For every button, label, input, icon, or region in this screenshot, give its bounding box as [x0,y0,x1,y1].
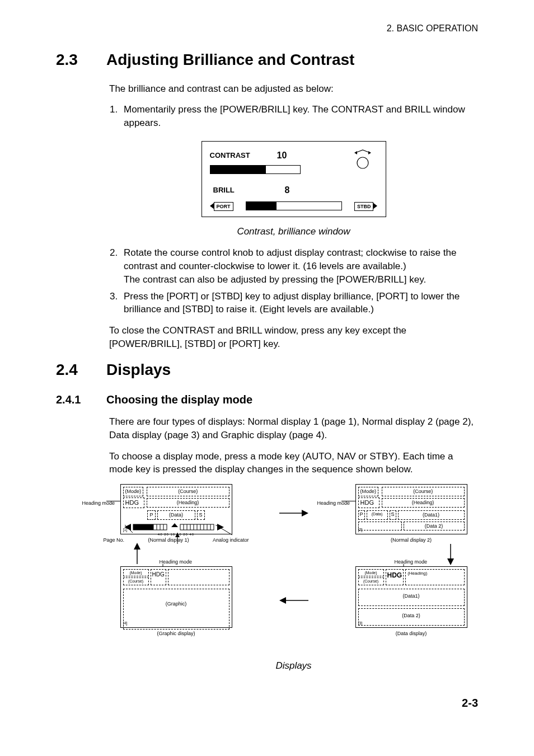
brill-bar [246,201,342,210]
knob-icon [353,148,372,172]
s23-step3: Press the [PORT] or [STBD] key to adjust… [120,290,478,317]
data-display: Heading mode (Mode) (Course) HDG (Headin… [355,566,467,637]
arrow-down-icon [445,543,456,569]
svg-line-28 [216,525,232,535]
brill-value: 8 [285,184,290,196]
svg-point-2 [357,157,368,168]
contrast-label: CONTRAST [210,151,260,161]
graphic-display: Heading mode (Mode) (Course) HDG (Graphi… [120,566,232,637]
s24-p2: To choose a display mode, press a mode k… [109,450,478,477]
svg-marker-1 [368,151,371,154]
displays-diagram: Heading mode (Mode) (Course) HDG (Headin… [120,484,467,637]
contrast-value: 10 [277,149,287,162]
normal-display-1: Heading mode (Mode) (Course) HDG (Headin… [120,484,232,544]
section-2-4-num: 2.4 [56,359,106,381]
s23-step2: Rotate the course control knob to adjust… [120,246,478,286]
page-number: 2-3 [56,695,478,711]
contrast-brill-window: CONTRAST 10 BRILL 8 PORT STBD [202,141,386,217]
arrow-up-icon [132,542,143,567]
section-2-4-1-title: 2.4.1Choosing the display mode [56,392,478,407]
svg-rect-14 [133,524,153,530]
contrast-bar [210,165,301,174]
svg-marker-0 [354,151,357,154]
normal-display-2: Heading mode (Mode) (Course) HDG (Headin… [355,484,467,544]
svg-marker-30 [175,533,180,537]
section-2-3-title: 2.3Adjusting Brilliance and Contrast [56,49,478,71]
arrow-left-icon [277,595,311,608]
s23-intro: The brilliance and contrast can be adjus… [109,82,478,96]
s23-step1: Momentarily press the [POWER/BRILL] key.… [120,103,478,130]
svg-marker-34 [447,558,454,565]
brill-label: BRILL [213,185,264,195]
svg-marker-39 [279,597,286,604]
svg-marker-37 [134,543,140,550]
s23-close: To close the CONTRAST and BRILL window, … [109,324,478,351]
svg-marker-15 [171,523,178,527]
stbd-key-icon: STBD [354,200,378,212]
s24-p1: There are four types of displays: Normal… [109,415,478,442]
svg-marker-32 [302,510,308,516]
svg-line-27 [125,525,133,533]
displays-caption: Displays [109,659,478,673]
section-2-4-title: 2.4Displays [56,359,478,381]
section-2-4-1-num: 2.4.1 [56,392,106,407]
chapter-header: 2. BASIC OPERATION [56,22,478,35]
arrow-right-icon [277,508,311,521]
cb-caption: Contrast, brilliance window [109,225,478,238]
section-2-3-num: 2.3 [56,49,106,71]
port-key-icon: PORT [210,200,233,212]
